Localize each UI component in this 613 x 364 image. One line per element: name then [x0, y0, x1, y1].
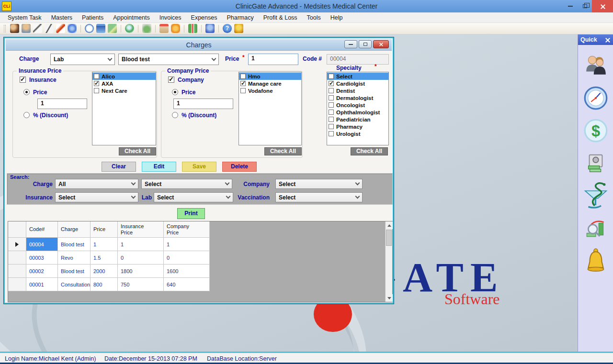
- pharmacy-icon[interactable]: [583, 183, 609, 209]
- menu-item-appointments[interactable]: Appointments: [108, 12, 154, 23]
- table-cell-price[interactable]: 1: [91, 238, 118, 251]
- clear-button[interactable]: Clear: [102, 162, 136, 172]
- list-item-paediatrician[interactable]: Paediatrician: [327, 116, 388, 123]
- table-cell-charge[interactable]: Revo: [58, 251, 91, 265]
- list-item-oncologist[interactable]: Oncologist: [327, 101, 388, 109]
- table-header-code[interactable]: Code#: [26, 221, 58, 238]
- edit-button[interactable]: Edit: [142, 162, 176, 172]
- list-item-alico[interactable]: Alico: [92, 73, 156, 80]
- table-cell-code[interactable]: 00002: [26, 265, 58, 278]
- menu-item-expenses[interactable]: Expenses: [186, 12, 222, 23]
- restore-button[interactable]: [578, 0, 592, 12]
- table-cell-code[interactable]: 00004: [26, 238, 58, 251]
- menu-item-invoices[interactable]: Invoices: [155, 12, 186, 23]
- checkbox-icon[interactable]: [240, 81, 246, 86]
- menu-item-profit-loss[interactable]: Profit & Loss: [259, 12, 302, 23]
- dollar-icon[interactable]: [125, 24, 134, 33]
- table-cell-insurance[interactable]: 1: [118, 238, 164, 251]
- chart-icon[interactable]: [188, 24, 197, 33]
- row-selector-cell[interactable]: [8, 238, 26, 251]
- company-discount-radio[interactable]: [172, 112, 178, 118]
- signature-icon[interactable]: [33, 24, 42, 33]
- search-lab-select[interactable]: Select: [154, 192, 233, 202]
- checkbox-icon[interactable]: [94, 88, 99, 93]
- delete-button[interactable]: Delete: [222, 162, 257, 172]
- table-header-company-price[interactable]: Company Price: [164, 221, 210, 238]
- table-cell-insurance[interactable]: 1800: [118, 265, 164, 278]
- checkbox-icon[interactable]: [329, 102, 334, 108]
- row-selector-cell[interactable]: [8, 265, 26, 278]
- table-cell-code[interactable]: 00003: [26, 251, 58, 265]
- checkbox-icon[interactable]: [329, 110, 334, 115]
- table-row[interactable]: 00003 Revo 1.5 0 0: [8, 251, 392, 265]
- search-vaccination-select[interactable]: Select: [275, 192, 363, 202]
- charge-name-select[interactable]: Blood test: [118, 54, 219, 65]
- billing-icon[interactable]: [108, 24, 117, 33]
- list-item-select[interactable]: Select: [327, 73, 388, 80]
- search-company-select[interactable]: Select: [275, 179, 363, 189]
- charge-type-select[interactable]: Lab: [50, 54, 115, 65]
- cash-safe-icon[interactable]: [583, 150, 609, 176]
- table-cell-company[interactable]: 1600: [164, 265, 210, 278]
- reports-search-icon[interactable]: [583, 215, 609, 241]
- checkbox-icon[interactable]: [329, 117, 334, 122]
- specialty-check-all-button[interactable]: Check All: [351, 147, 388, 155]
- staff-icon[interactable]: [22, 24, 31, 33]
- minimize-button[interactable]: [563, 0, 578, 12]
- help-icon[interactable]: [223, 24, 232, 33]
- table-cell-charge[interactable]: Blood test: [58, 265, 91, 278]
- company-price-radio[interactable]: [172, 89, 178, 95]
- search-insurance-select[interactable]: Select: [55, 192, 138, 202]
- dialog-minimize-button[interactable]: [344, 40, 357, 48]
- close-button[interactable]: [592, 0, 613, 12]
- scroll-up-arrow[interactable]: [386, 221, 393, 229]
- table-cell-insurance[interactable]: 0: [118, 251, 164, 265]
- schedule-icon[interactable]: [205, 24, 215, 33]
- insurance-check-all-button[interactable]: Check All: [119, 147, 156, 155]
- dollar-icon[interactable]: $: [583, 118, 609, 143]
- table-row[interactable]: 00002 Blood test 2000 1800 1600: [8, 265, 392, 278]
- alerts-bell-icon[interactable]: [583, 248, 609, 274]
- checkbox-icon[interactable]: [240, 74, 246, 79]
- list-item-dermatologist[interactable]: Dermatologist: [327, 94, 388, 101]
- menu-item-help[interactable]: Help: [326, 12, 348, 23]
- table-cell-company[interactable]: 0: [164, 251, 210, 265]
- menu-item-masters[interactable]: Masters: [46, 12, 77, 23]
- checkbox-icon[interactable]: [329, 124, 334, 129]
- list-item-vodafone[interactable]: Vodafone: [239, 87, 301, 94]
- checkbox-icon[interactable]: [329, 131, 334, 136]
- marker-icon[interactable]: [56, 24, 65, 33]
- quick-panel-close-button[interactable]: [603, 36, 611, 44]
- table-row[interactable]: 00004 Blood test 1 1 1: [8, 238, 392, 251]
- patients-icon[interactable]: [10, 24, 19, 33]
- clock-icon[interactable]: [85, 24, 94, 33]
- menu-item-patients[interactable]: Patients: [77, 12, 108, 23]
- insurance-discount-radio[interactable]: [23, 112, 30, 118]
- list-item-pharmacy[interactable]: Pharmacy: [327, 123, 388, 130]
- price-input[interactable]: 1: [248, 54, 298, 65]
- row-selector-cell[interactable]: [8, 251, 26, 265]
- calendar-icon[interactable]: [96, 24, 105, 33]
- inventory-icon[interactable]: [159, 24, 169, 33]
- scrollbar-thumb[interactable]: [386, 230, 392, 246]
- list-item-urologist[interactable]: Urologist: [327, 130, 388, 137]
- search-charge-name-select[interactable]: Select: [141, 179, 232, 189]
- table-vertical-scrollbar[interactable]: [385, 221, 392, 302]
- checkbox-icon[interactable]: [94, 81, 99, 86]
- checkbox-icon[interactable]: [329, 81, 334, 86]
- menu-item-tools[interactable]: Tools: [302, 12, 326, 23]
- table-cell-insurance[interactable]: 750: [118, 278, 164, 291]
- checkbox-icon[interactable]: [329, 74, 334, 79]
- list-item-dentist[interactable]: Dentist: [327, 87, 388, 94]
- dialog-maximize-button[interactable]: [359, 40, 372, 48]
- medicine-icon[interactable]: [142, 24, 151, 33]
- table-cell-charge[interactable]: Consultation: [58, 278, 91, 291]
- company-price-input[interactable]: 1: [173, 99, 233, 109]
- company-checkbox[interactable]: [168, 77, 174, 83]
- menu-item-system-task[interactable]: System Task: [3, 12, 46, 23]
- checkbox-icon[interactable]: [94, 74, 99, 79]
- scroll-down-arrow[interactable]: [386, 294, 393, 302]
- table-cell-code[interactable]: 00001: [26, 278, 58, 291]
- services-icon[interactable]: [68, 24, 77, 33]
- table-header-charge[interactable]: Charge: [58, 221, 91, 238]
